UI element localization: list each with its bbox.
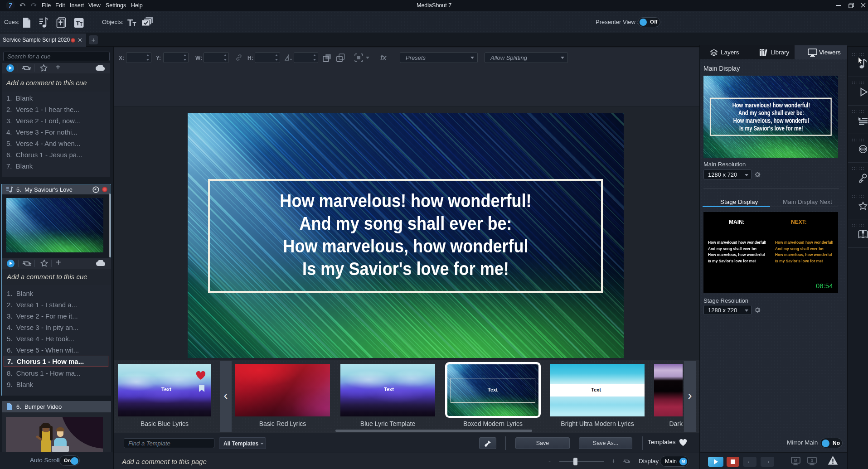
svg-text:T: T xyxy=(127,18,133,28)
svg-text:T: T xyxy=(133,21,136,28)
svg-text:M: M xyxy=(794,458,797,463)
svg-text:T: T xyxy=(76,19,80,27)
svg-text:T: T xyxy=(80,22,82,27)
svg-text:S: S xyxy=(811,458,814,463)
